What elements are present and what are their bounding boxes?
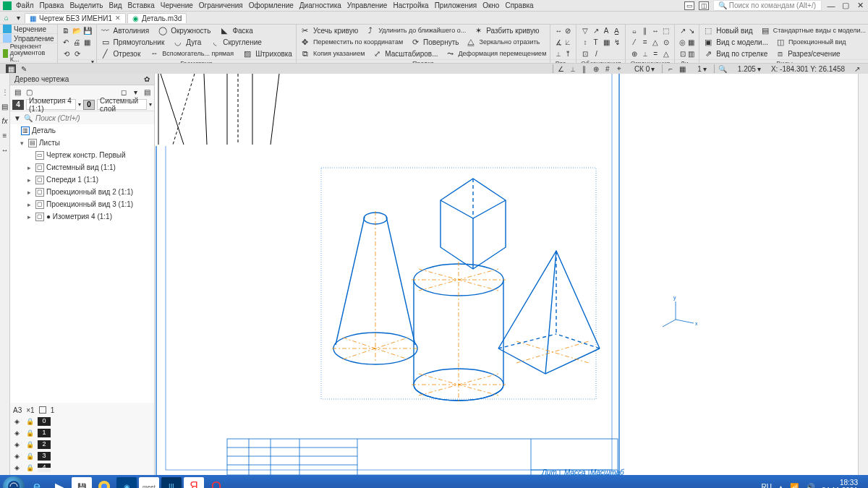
zoom-field[interactable]: 1.205 ▾ bbox=[735, 65, 764, 73]
sb-anchor-icon[interactable]: ⌖ bbox=[614, 64, 624, 73]
maximize-button[interactable]: ▢ bbox=[841, 2, 851, 9]
dim3-icon[interactable]: ∡ bbox=[554, 37, 563, 47]
lm-tree-icon[interactable]: ⋮ bbox=[1, 88, 9, 97]
rotate-icon[interactable]: ⟳ bbox=[410, 37, 420, 47]
new-icon[interactable]: 🗎 bbox=[61, 25, 72, 35]
d1-icon[interactable]: ↗ bbox=[678, 25, 686, 35]
lm-sheet-icon[interactable]: ▤ bbox=[1, 103, 9, 111]
arc-button[interactable]: Дуга bbox=[186, 38, 201, 46]
tab-close-icon[interactable]: ✕ bbox=[115, 14, 121, 22]
break-icon[interactable]: ✶ bbox=[473, 25, 483, 35]
hatch-icon[interactable]: ▨ bbox=[242, 48, 252, 59]
ann7-icon[interactable]: ▦ bbox=[601, 37, 611, 47]
dim1-icon[interactable]: ↔ bbox=[554, 25, 563, 35]
start-button[interactable] bbox=[3, 476, 25, 488]
ann8-icon[interactable]: ↯ bbox=[612, 37, 622, 47]
newview-icon[interactable]: ⬚ bbox=[703, 25, 713, 35]
d3-icon[interactable]: ◎ bbox=[678, 37, 686, 47]
tab-drawing[interactable]: ▦Чертеж БЕЗ ИМЕНИ1✕ bbox=[25, 13, 126, 23]
rect-button[interactable]: Прямоугольник bbox=[114, 38, 165, 46]
tree-view2[interactable]: Проекционный вид 2 (1:1) bbox=[46, 188, 133, 196]
tb-opera-icon[interactable]: O bbox=[206, 477, 226, 488]
sb-perp-icon[interactable]: ⟂ bbox=[568, 64, 578, 73]
orient-box[interactable] bbox=[39, 406, 46, 414]
circle-icon[interactable]: ◯ bbox=[158, 25, 168, 35]
dim5-icon[interactable]: ⟂ bbox=[554, 48, 563, 59]
c8-icon[interactable]: ⊙ bbox=[661, 37, 671, 47]
layout2-icon[interactable]: ◫ bbox=[699, 1, 709, 10]
break-button[interactable]: Разбить кривую bbox=[486, 27, 539, 35]
deform-button[interactable]: Деформация перемещением bbox=[458, 51, 546, 57]
lm-fx-icon[interactable]: fx bbox=[1, 117, 9, 126]
menu-diag[interactable]: Диагностика bbox=[299, 1, 341, 9]
layer-row[interactable]: ◈🔒2 bbox=[13, 439, 151, 450]
sb-last-icon[interactable]: ↗ bbox=[852, 64, 862, 73]
ann1-icon[interactable]: ▽ bbox=[580, 25, 590, 35]
c11-icon[interactable]: = bbox=[650, 48, 660, 59]
c5-icon[interactable]: ∕ bbox=[629, 37, 639, 47]
c7-icon[interactable]: △ bbox=[650, 37, 660, 47]
move-button[interactable]: Переместить по координатам bbox=[313, 39, 403, 46]
undo-icon[interactable]: ↶ bbox=[61, 37, 72, 47]
fwd-icon[interactable]: ⟳ bbox=[72, 48, 82, 59]
newview-button[interactable]: Новый вид bbox=[716, 27, 752, 35]
tb-ie-icon[interactable]: e bbox=[27, 477, 47, 488]
lm-dim-icon[interactable]: ↔ bbox=[1, 146, 9, 155]
home-icon[interactable]: ⌂ bbox=[1, 13, 12, 23]
tb-save-icon[interactable]: 💾 bbox=[72, 477, 92, 488]
constrline-icon[interactable]: ╌ bbox=[149, 48, 159, 59]
tb-vol-icon[interactable]: 🔊 bbox=[806, 483, 814, 489]
mirror-icon[interactable]: ⧋ bbox=[466, 37, 476, 47]
tab-part[interactable]: ◉Деталь.m3d bbox=[127, 13, 187, 23]
d6-icon[interactable]: ▥ bbox=[687, 48, 695, 59]
lm-list-icon[interactable]: ≡ bbox=[1, 132, 9, 140]
menu-settings[interactable]: Настройка bbox=[393, 1, 428, 9]
menu-constraints[interactable]: Ограничения bbox=[199, 1, 243, 9]
tb-flag-icon[interactable]: ▴ bbox=[779, 483, 783, 489]
c9-icon[interactable]: ⊕ bbox=[629, 48, 639, 59]
menu-select[interactable]: Выделить bbox=[69, 1, 103, 9]
layout1-icon[interactable]: ▭ bbox=[684, 1, 694, 10]
ann5-icon[interactable]: ↕ bbox=[580, 37, 590, 47]
back-icon[interactable]: ⟲ bbox=[61, 48, 72, 59]
c6-icon[interactable]: = bbox=[640, 37, 650, 47]
dim2-icon[interactable]: ⊘ bbox=[563, 25, 572, 35]
arrowview-button[interactable]: Вид по стрелке bbox=[716, 50, 767, 58]
menu-view[interactable]: Вид bbox=[109, 1, 122, 9]
circle-button[interactable]: Окружность bbox=[171, 27, 210, 35]
menu-drawing[interactable]: Черчение bbox=[161, 1, 193, 9]
tp-i3-icon[interactable]: ◻ bbox=[119, 87, 129, 97]
dim4-icon[interactable]: ⟀ bbox=[563, 37, 572, 47]
tree-gear-icon[interactable]: ✿ bbox=[144, 75, 150, 83]
autoline-icon[interactable]: 〰 bbox=[101, 25, 111, 35]
tab-dd-icon[interactable]: ▾ bbox=[13, 13, 23, 23]
modelview-button[interactable]: Вид с модели... bbox=[716, 38, 768, 46]
tp-i4-icon[interactable]: ▾ bbox=[130, 87, 140, 97]
modelview-icon[interactable]: ▣ bbox=[703, 37, 713, 47]
format-a3[interactable]: A3 bbox=[13, 406, 22, 414]
menu-apps[interactable]: Приложения bbox=[435, 1, 477, 9]
trim-icon[interactable]: ✂ bbox=[300, 25, 310, 35]
autoline-button[interactable]: Автолиния bbox=[114, 27, 150, 35]
menu-insert[interactable]: Вставка bbox=[128, 1, 155, 9]
chamfer-icon[interactable]: ◣ bbox=[219, 25, 229, 35]
copy-icon[interactable]: ⧉ bbox=[300, 48, 310, 59]
c4-icon[interactable]: ⬚ bbox=[661, 25, 671, 35]
print-icon[interactable]: 🖨 bbox=[72, 37, 82, 47]
tb-chrome-icon[interactable] bbox=[94, 477, 114, 488]
scale-combo[interactable]: 1 ▾ bbox=[694, 65, 710, 73]
layer-combo[interactable]: Системный слой bbox=[97, 99, 147, 110]
sb-zoom-icon[interactable]: 🔍 bbox=[718, 64, 728, 73]
layer-row[interactable]: ◈🔒0 bbox=[13, 416, 151, 427]
sb-ang-icon[interactable]: ∠ bbox=[556, 64, 566, 73]
stdviews-button[interactable]: Стандартные виды с модели... bbox=[773, 27, 866, 34]
tb-yandex-icon[interactable]: Я bbox=[184, 477, 204, 488]
tb-lang[interactable]: RU bbox=[761, 483, 771, 489]
tree-root[interactable]: Деталь bbox=[32, 127, 56, 134]
segment-icon[interactable]: ╱ bbox=[101, 48, 111, 59]
tree-view3[interactable]: Проекционный вид 3 (1:1) bbox=[46, 200, 133, 208]
menu-window[interactable]: Окно bbox=[482, 1, 499, 9]
tree-sheets[interactable]: Листы bbox=[39, 139, 60, 147]
menu-format[interactable]: Оформление bbox=[249, 1, 294, 9]
menu-manage[interactable]: Управление bbox=[347, 1, 388, 9]
